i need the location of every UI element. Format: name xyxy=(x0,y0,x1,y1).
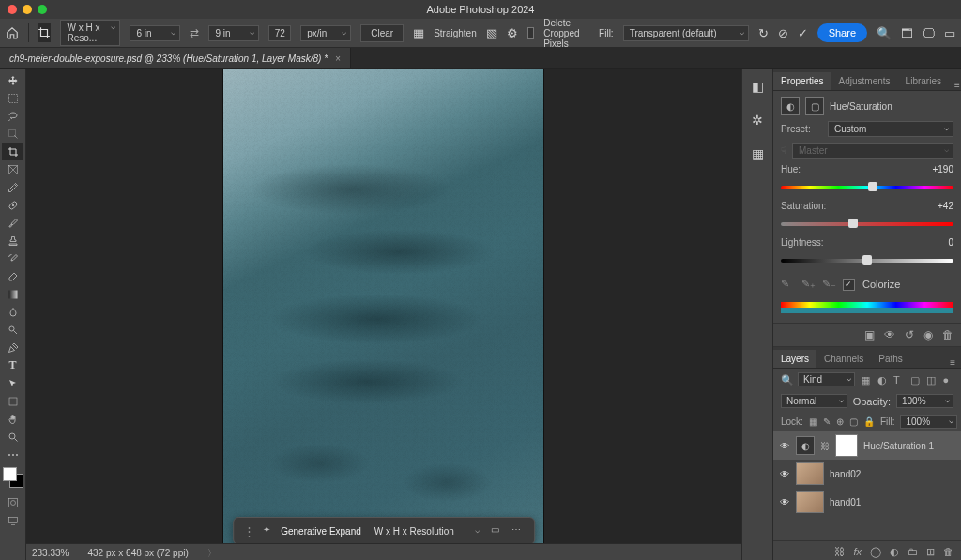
settings-gear-icon[interactable]: ⚙ xyxy=(507,25,518,40)
crop-tool[interactable] xyxy=(2,143,23,160)
hue-slider[interactable] xyxy=(781,181,953,194)
gradient-tool[interactable] xyxy=(2,285,23,303)
type-tool[interactable]: T xyxy=(2,356,23,374)
screen-mode-toggle[interactable] xyxy=(2,511,23,529)
move-tool[interactable] xyxy=(2,71,23,89)
close-tab-icon[interactable]: × xyxy=(335,53,341,64)
blur-tool[interactable] xyxy=(2,303,23,321)
gradients-panel-icon[interactable]: ▦ xyxy=(752,146,764,161)
workspace-icon[interactable]: 🗔 xyxy=(901,25,913,40)
resolution-field[interactable]: 72 xyxy=(268,25,291,41)
brush-tool[interactable] xyxy=(2,214,23,232)
color-panel-icon[interactable]: ◧ xyxy=(752,79,764,94)
overlay-icon[interactable]: ▦ xyxy=(413,25,424,40)
mask-icon[interactable]: ▢ xyxy=(805,97,824,115)
context-preset-dropdown[interactable]: W x H x Resolution xyxy=(369,524,483,538)
clear-button[interactable]: Clear xyxy=(360,24,404,42)
preset-dropdown[interactable]: Custom xyxy=(828,121,953,137)
dodge-tool[interactable] xyxy=(2,321,23,339)
hue-value[interactable]: +190 xyxy=(916,164,953,174)
arrange-icon[interactable]: ▭ xyxy=(944,25,955,40)
colorize-checkbox[interactable] xyxy=(843,279,855,291)
marquee-tool[interactable] xyxy=(2,89,23,107)
tab-paths[interactable]: Paths xyxy=(871,350,910,368)
link-layers-icon[interactable]: ⛓ xyxy=(834,546,845,557)
frame-tool[interactable] xyxy=(2,160,23,178)
color-swatches[interactable] xyxy=(3,467,23,488)
doc-dimensions[interactable]: 432 px x 648 px (72 ppi) xyxy=(87,548,188,558)
blend-mode-dropdown[interactable]: Normal xyxy=(781,394,847,408)
selection-tool[interactable] xyxy=(2,125,23,143)
saturation-slider[interactable] xyxy=(781,218,953,231)
tab-channels[interactable]: Channels xyxy=(816,350,871,368)
zoom-tool[interactable] xyxy=(2,428,23,446)
eyedropper-tool[interactable] xyxy=(2,178,23,196)
new-layer-icon[interactable]: ⊞ xyxy=(926,546,935,558)
filter-adjust-icon[interactable]: ◐ xyxy=(877,374,889,386)
layers-panel-menu-icon[interactable]: ≡ xyxy=(944,357,961,368)
lock-position-icon[interactable]: ⊕ xyxy=(836,416,844,427)
new-adjustment-icon[interactable]: ◐ xyxy=(890,546,899,558)
lock-artboard-icon[interactable]: ▢ xyxy=(849,416,858,427)
lightness-value[interactable]: 0 xyxy=(916,237,953,248)
resolution-unit-dropdown[interactable]: px/in xyxy=(300,25,351,41)
filter-pixel-icon[interactable]: ▦ xyxy=(861,374,872,386)
lasso-tool[interactable] xyxy=(2,107,23,125)
panel-menu-icon[interactable]: ≡ xyxy=(949,80,961,90)
opacity-field[interactable]: 100% xyxy=(896,394,953,408)
crop-options-icon[interactable]: ▧ xyxy=(486,25,497,40)
lock-all-icon[interactable]: 🔒 xyxy=(863,416,875,427)
new-group-icon[interactable]: 🗀 xyxy=(908,546,918,557)
layer-mask-thumb[interactable] xyxy=(835,434,858,457)
quick-mask-toggle[interactable] xyxy=(2,493,23,511)
layer-fx-icon[interactable]: fx xyxy=(853,546,862,557)
drag-handle-icon[interactable]: ⋮ xyxy=(243,524,255,538)
visibility-toggle[interactable]: 👁 xyxy=(779,469,790,479)
crop-preset-dropdown[interactable]: W x H x Reso... xyxy=(60,20,120,46)
healing-tool[interactable] xyxy=(2,196,23,214)
lock-trans-icon[interactable]: ▦ xyxy=(809,416,817,427)
delete-layer-icon[interactable]: 🗑 xyxy=(943,546,953,557)
search-icon[interactable]: 🔍 xyxy=(877,25,892,40)
target-adjust-icon[interactable]: ☟ xyxy=(781,145,786,156)
document-canvas[interactable] xyxy=(223,69,543,550)
delete-cropped-checkbox[interactable] xyxy=(527,27,534,39)
visibility-toggle[interactable]: 👁 xyxy=(779,497,790,507)
tab-adjustments[interactable]: Adjustments xyxy=(831,72,898,90)
crop-width-field[interactable]: 6 in xyxy=(130,25,180,41)
layer-row[interactable]: 👁 ◐ ⛓ Hue/Saturation 1 xyxy=(773,431,961,460)
reset-adjustment-icon[interactable]: ↺ xyxy=(905,328,914,341)
filter-search-icon[interactable]: 🔍 xyxy=(781,374,792,386)
tab-libraries[interactable]: Libraries xyxy=(898,72,949,90)
layer-name[interactable]: hand02 xyxy=(830,469,861,479)
layer-name[interactable]: hand01 xyxy=(830,497,861,507)
clip-to-layer-icon[interactable]: ▣ xyxy=(864,328,875,341)
filter-toggle-icon[interactable]: ● xyxy=(943,374,954,386)
commit-icon[interactable]: ✓ xyxy=(798,25,808,40)
layer-row[interactable]: 👁 hand02 xyxy=(773,460,961,488)
cancel-icon[interactable]: ⊘ xyxy=(778,25,788,40)
lock-pixels-icon[interactable]: ✎ xyxy=(823,416,831,427)
visibility-toggle[interactable]: 👁 xyxy=(779,441,790,451)
add-mask-icon[interactable]: ◯ xyxy=(870,546,881,558)
cloud-docs-icon[interactable]: 🖵 xyxy=(923,25,935,40)
edit-toolbar[interactable]: ⋯ xyxy=(2,446,23,463)
shape-tool[interactable] xyxy=(2,392,23,410)
filter-shape-icon[interactable]: ▢ xyxy=(910,374,922,386)
history-brush-tool[interactable] xyxy=(2,250,23,267)
view-previous-icon[interactable]: 👁 xyxy=(884,328,895,341)
layer-name[interactable]: Hue/Saturation 1 xyxy=(863,441,934,451)
path-tool[interactable] xyxy=(2,374,23,392)
context-ratio-icon[interactable]: ▭ xyxy=(491,524,504,537)
document-tab[interactable]: ch9-meier-double-exposure.psd @ 233% (Hu… xyxy=(0,48,351,68)
crop-height-field[interactable]: 9 in xyxy=(208,25,259,41)
generative-expand-button[interactable]: ✦ Generative Expand xyxy=(263,524,361,537)
crop-tool-indicator[interactable] xyxy=(38,23,51,42)
filter-type-dropdown[interactable]: Kind xyxy=(798,372,855,386)
lightness-slider[interactable] xyxy=(781,254,953,267)
fill-dropdown[interactable]: Transparent (default) xyxy=(623,25,749,41)
link-icon[interactable]: ⛓ xyxy=(820,441,830,451)
delete-adjustment-icon[interactable]: 🗑 xyxy=(942,328,953,341)
straighten-button[interactable]: Straighten xyxy=(434,28,477,38)
filter-type-icon[interactable]: T xyxy=(893,374,905,386)
